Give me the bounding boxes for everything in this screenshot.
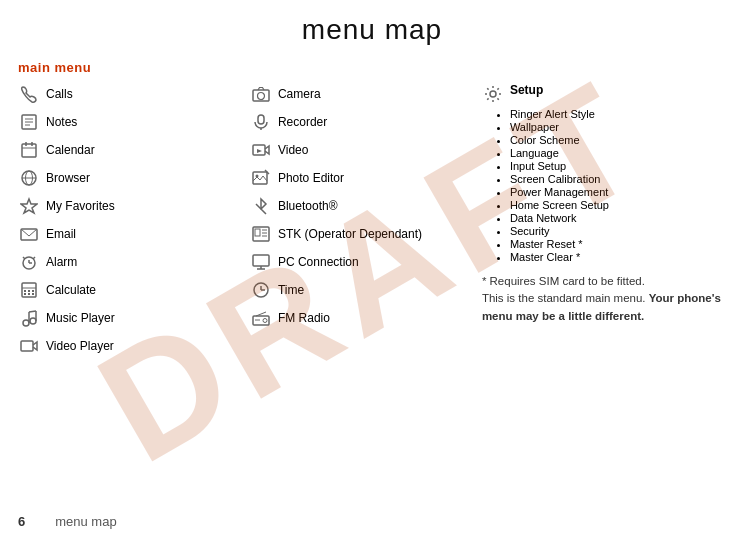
menu-col-3: Setup Ringer Alert Style Wallpaper Color… (482, 83, 726, 363)
list-item: Music Player (18, 307, 240, 329)
svg-line-16 (23, 257, 25, 259)
pc-connection-label: PC Connection (278, 255, 359, 269)
svg-line-30 (29, 311, 36, 312)
video-icon (250, 139, 272, 161)
favorites-label: My Favorites (46, 199, 115, 213)
list-item: Color Scheme (510, 134, 726, 146)
setup-icon (482, 83, 504, 105)
setup-title: Setup (510, 83, 543, 97)
list-item: Alarm (18, 251, 240, 273)
list-item: STK (Operator Dependant) (250, 223, 472, 245)
notes-icon (18, 111, 40, 133)
footnote: * Requires SIM card to be fitted. This i… (482, 273, 726, 325)
svg-point-57 (490, 91, 496, 97)
fm-radio-label: FM Radio (278, 311, 330, 325)
setup-list: Ringer Alert Style Wallpaper Color Schem… (510, 108, 726, 263)
recorder-icon (250, 111, 272, 133)
svg-point-33 (257, 93, 264, 100)
calendar-icon (18, 139, 40, 161)
menu-columns: Calls Notes Calendar Browser (18, 83, 726, 363)
calls-label: Calls (46, 87, 73, 101)
photo-editor-label: Photo Editor (278, 171, 344, 185)
stk-icon (250, 223, 272, 245)
footnote-line2: This is the standard main menu. Your pho… (482, 290, 726, 325)
list-item: Calendar (18, 139, 240, 161)
setup-header: Setup (482, 83, 726, 105)
list-item: PC Connection (250, 251, 472, 273)
page-footer: 6 menu map (0, 514, 744, 529)
favorites-icon (18, 195, 40, 217)
svg-line-17 (33, 257, 35, 259)
camera-icon (250, 83, 272, 105)
list-item: Browser (18, 167, 240, 189)
list-item: Language (510, 147, 726, 159)
list-item: Camera (250, 83, 472, 105)
footnote-line2-text: This is the standard main menu. (482, 292, 649, 304)
recorder-label: Recorder (278, 115, 327, 129)
list-item: Recorder (250, 111, 472, 133)
list-item: Email (18, 223, 240, 245)
list-item: Notes (18, 111, 240, 133)
email-label: Email (46, 227, 76, 241)
list-item: Home Screen Setup (510, 199, 726, 211)
pc-connection-icon (250, 251, 272, 273)
svg-rect-25 (32, 293, 34, 295)
page-title: menu map (0, 0, 744, 56)
svg-rect-20 (24, 290, 26, 292)
menu-col-1: Calls Notes Calendar Browser (18, 83, 250, 363)
browser-label: Browser (46, 171, 90, 185)
list-item: Wallpaper (510, 121, 726, 133)
svg-rect-48 (253, 255, 269, 266)
svg-rect-31 (21, 341, 33, 351)
list-item: FM Radio (250, 307, 472, 329)
list-item: Bluetooth® (250, 195, 472, 217)
footer-page-number: 6 (18, 514, 25, 529)
svg-rect-34 (258, 115, 264, 124)
svg-rect-4 (22, 144, 36, 157)
time-label: Time (278, 283, 304, 297)
list-item: Time (250, 279, 472, 301)
footer-label: menu map (55, 514, 116, 529)
notes-label: Notes (46, 115, 77, 129)
svg-point-39 (255, 175, 258, 178)
bluetooth-label: Bluetooth® (278, 199, 338, 213)
time-icon (250, 279, 272, 301)
section-title: main menu (18, 60, 726, 75)
list-item: Video Player (18, 335, 240, 357)
list-item: Photo Editor (250, 167, 472, 189)
bluetooth-icon (250, 195, 272, 217)
list-item: Video (250, 139, 472, 161)
list-item: Calls (18, 83, 240, 105)
video-player-icon (18, 335, 40, 357)
photo-editor-icon (250, 167, 272, 189)
calculate-icon (18, 279, 40, 301)
list-item: Screen Calibration (510, 173, 726, 185)
svg-rect-22 (32, 290, 34, 292)
calendar-label: Calendar (46, 143, 95, 157)
video-label: Video (278, 143, 308, 157)
email-icon (18, 223, 40, 245)
calls-icon (18, 83, 40, 105)
svg-line-41 (267, 171, 268, 172)
list-item: Power Management (510, 186, 726, 198)
svg-point-26 (23, 320, 29, 326)
list-item: Calculate (18, 279, 240, 301)
svg-rect-21 (28, 290, 30, 292)
list-item: Master Reset * (510, 238, 726, 250)
camera-label: Camera (278, 87, 321, 101)
footnote-line1: * Requires SIM card to be fitted. (482, 273, 726, 290)
list-item: Security (510, 225, 726, 237)
video-player-label: Video Player (46, 339, 114, 353)
browser-icon (18, 167, 40, 189)
list-item: Input Setup (510, 160, 726, 172)
list-item: Data Network (510, 212, 726, 224)
music-player-icon (18, 307, 40, 329)
list-item: Master Clear * (510, 251, 726, 263)
svg-point-27 (30, 318, 36, 324)
svg-rect-24 (28, 293, 30, 295)
main-content: main menu Calls Notes Calendar (0, 56, 744, 363)
music-player-label: Music Player (46, 311, 115, 325)
svg-rect-44 (255, 229, 260, 236)
svg-point-55 (263, 319, 267, 323)
menu-col-2: Camera Recorder Video Photo Editor (250, 83, 482, 363)
